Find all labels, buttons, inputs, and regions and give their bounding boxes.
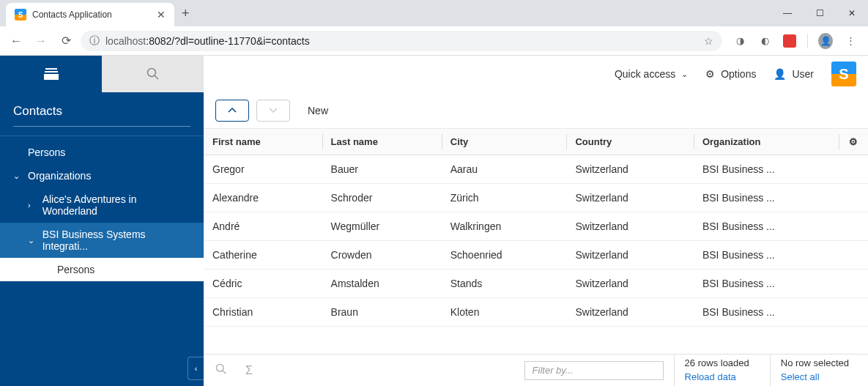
cell: Switzerland [566, 241, 693, 270]
reload-button[interactable]: ⟳ [56, 31, 76, 51]
close-window-button[interactable]: ✕ [836, 2, 868, 24]
extension-icon-3[interactable] [782, 34, 797, 48]
tab-bar: S Contacts Application ✕ + — ☐ ✕ [0, 0, 868, 26]
svg-rect-1 [45, 71, 58, 73]
sidebar-tab-search[interactable] [102, 56, 204, 92]
tree-label: Persons [57, 264, 94, 275]
cell: Aarau [442, 155, 567, 184]
window-controls: — ☐ ✕ [771, 2, 868, 24]
table-row[interactable]: CédricAmstaldenStandsSwitzerlandBSI Busi… [204, 270, 868, 298]
cell: Zürich [442, 184, 567, 212]
topbar: Quick access ⌄ ⚙ Options 👤 User S [204, 56, 868, 92]
svg-rect-2 [44, 74, 59, 80]
cell-empty [839, 270, 868, 298]
aggregate-icon[interactable]: Σ [240, 364, 258, 377]
nav-tree: Persons ⌄ Organizations › Alice's Advent… [0, 136, 204, 286]
cell: Alexandre [204, 184, 322, 212]
expand-down-button[interactable] [256, 100, 290, 122]
table-row[interactable]: ChristianBraunKlotenSwitzerlandBSI Busin… [204, 298, 868, 327]
svg-line-4 [155, 75, 158, 79]
search-table-icon[interactable] [212, 363, 230, 378]
browser-chrome: S Contacts Application ✕ + — ☐ ✕ ← → ⟳ ⓘ… [0, 0, 868, 56]
user-icon: 👤 [774, 68, 786, 80]
table-row[interactable]: AlexandreSchroderZürichSwitzerlandBSI Bu… [204, 184, 868, 212]
tree-item-persons[interactable]: Persons [0, 141, 204, 164]
table-container: First name Last name City Country Organi… [204, 129, 868, 354]
chevron-down-icon: ⌄ [28, 236, 37, 245]
cell-empty [839, 155, 868, 184]
table-settings-button[interactable]: ⚙ [839, 129, 868, 155]
svg-line-6 [223, 370, 226, 373]
url-host: localhost [105, 35, 146, 47]
sidebar-collapse-button[interactable]: ‹ [188, 357, 204, 380]
browser-tab[interactable]: S Contacts Application ✕ [6, 3, 174, 26]
back-button[interactable]: ← [6, 31, 26, 51]
collapse-up-button[interactable] [215, 100, 249, 122]
statusbar: Σ 26 rows loaded Reload data No row sele… [204, 354, 868, 386]
table-row[interactable]: AndréWegmüllerWalkringenSwitzerlandBSI B… [204, 212, 868, 241]
cell: Gregor [204, 155, 322, 184]
filter-input[interactable] [524, 361, 664, 380]
cell: BSI Business ... [694, 155, 839, 184]
svg-point-5 [216, 364, 223, 371]
tree-item-bsi-persons[interactable]: Persons [0, 258, 204, 281]
quick-access-menu[interactable]: Quick access ⌄ [615, 68, 688, 80]
cell: Crowden [322, 241, 442, 270]
cell: Schoenried [442, 241, 567, 270]
cell: BSI Business ... [694, 241, 839, 270]
tree-item-bsi[interactable]: ⌄ BSI Business Systems Integrati... [0, 223, 204, 258]
tree-item-organizations[interactable]: ⌄ Organizations [0, 164, 204, 188]
close-tab-icon[interactable]: ✕ [157, 9, 166, 21]
col-organization[interactable]: Organization [694, 129, 839, 155]
user-menu[interactable]: 👤 User [774, 68, 814, 80]
extension-icon-1[interactable]: ◑ [732, 34, 747, 48]
cell: BSI Business ... [694, 212, 839, 241]
options-menu[interactable]: ⚙ Options [705, 68, 756, 80]
cell: BSI Business ... [694, 298, 839, 327]
stack-icon [44, 68, 59, 80]
divider [807, 34, 808, 48]
cell: Switzerland [566, 184, 693, 212]
cell-empty [839, 241, 868, 270]
svg-rect-0 [45, 68, 57, 70]
new-button[interactable]: New [308, 105, 328, 116]
profile-avatar-icon[interactable]: 👤 [818, 34, 833, 48]
chevron-down-icon: ⌄ [681, 70, 688, 79]
cell-empty [839, 184, 868, 212]
url-input[interactable]: ⓘ localhost:8082/?dl=outline-11770&i=con… [81, 31, 722, 51]
sidebar-tab-outline[interactable] [0, 56, 102, 92]
site-info-icon[interactable]: ⓘ [89, 34, 100, 48]
cell: Cédric [204, 270, 322, 298]
options-label: Options [721, 68, 756, 80]
tree-label: Organizations [28, 170, 91, 182]
new-tab-button[interactable]: + [182, 6, 190, 21]
extension-icons: ◑ ◐ 👤 ⋮ [732, 34, 858, 48]
main-area: Quick access ⌄ ⚙ Options 👤 User S New [204, 56, 868, 386]
cell: Kloten [442, 298, 567, 327]
col-first-name[interactable]: First name [204, 129, 322, 155]
select-all-link[interactable]: Select all [781, 371, 849, 384]
col-city[interactable]: City [442, 129, 567, 155]
minimize-button[interactable]: — [771, 2, 804, 24]
maximize-button[interactable]: ☐ [804, 2, 836, 24]
cell: Catherine [204, 241, 322, 270]
chevron-up-icon [228, 108, 237, 114]
sidebar-view-tabs [0, 56, 204, 92]
cell: André [204, 212, 322, 241]
cell: Amstalden [322, 270, 442, 298]
cell-empty [839, 298, 868, 327]
tree-item-alice[interactable]: › Alice's Adventures in Wonderland [0, 188, 204, 223]
bookmark-star-icon[interactable]: ☆ [704, 35, 713, 47]
forward-button[interactable]: → [31, 31, 51, 51]
table-row[interactable]: GregorBauerAarauSwitzerlandBSI Business … [204, 155, 868, 184]
gear-icon: ⚙ [705, 68, 715, 80]
reload-data-link[interactable]: Reload data [685, 371, 749, 384]
browser-menu-icon[interactable]: ⋮ [843, 34, 858, 48]
col-country[interactable]: Country [566, 129, 693, 155]
table-row[interactable]: CatherineCrowdenSchoenriedSwitzerlandBSI… [204, 241, 868, 270]
cell: Switzerland [566, 298, 693, 327]
extension-icon-2[interactable]: ◐ [757, 34, 772, 48]
sidebar-title: Contacts [13, 104, 190, 127]
col-last-name[interactable]: Last name [322, 129, 442, 155]
rows-status: 26 rows loaded Reload data [674, 354, 760, 386]
